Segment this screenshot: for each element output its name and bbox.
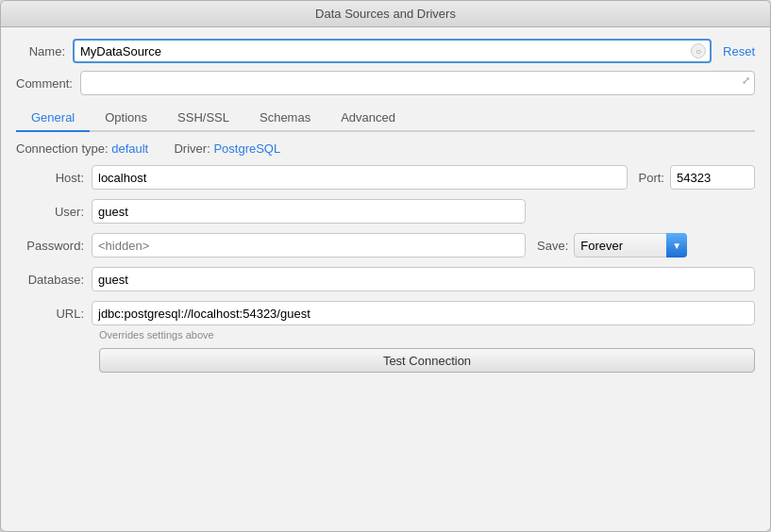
user-input[interactable] (92, 199, 526, 224)
database-input[interactable] (92, 267, 755, 291)
main-window: Data Sources and Drivers Name: ○ Reset C… (0, 0, 771, 532)
save-select[interactable]: Forever Until Restart Never (574, 233, 687, 258)
driver-label: Driver: (174, 141, 210, 156)
name-row: Name: ○ Reset (16, 39, 755, 63)
save-select-wrapper: Forever Until Restart Never ▼ (574, 233, 687, 258)
driver-value[interactable]: PostgreSQL (213, 141, 280, 156)
password-input[interactable] (92, 233, 526, 258)
comment-input[interactable] (80, 71, 755, 95)
url-row: URL: (16, 301, 755, 325)
tab-advanced[interactable]: Advanced (326, 105, 411, 132)
user-label: User: (16, 205, 92, 219)
title-bar: Data Sources and Drivers (1, 1, 770, 27)
url-label: URL: (16, 307, 92, 321)
save-section: Save: Forever Until Restart Never ▼ (537, 233, 687, 258)
tab-options[interactable]: Options (90, 105, 162, 132)
host-row: Host: Port: (16, 165, 755, 190)
database-label: Database: (16, 273, 92, 287)
comment-label: Comment: (16, 76, 80, 91)
host-label: Host: (16, 171, 92, 185)
connection-type-label: Connection type: (16, 141, 109, 156)
port-input[interactable] (670, 165, 755, 190)
clear-icon[interactable]: ○ (691, 43, 706, 58)
port-section: Port: (639, 165, 755, 190)
port-label: Port: (639, 171, 664, 185)
comment-row: Comment: ⤢ (16, 71, 755, 95)
name-input[interactable] (73, 39, 712, 63)
save-label: Save: (537, 239, 568, 253)
window-title: Data Sources and Drivers (315, 7, 456, 21)
overrides-text: Overrides settings above (99, 329, 755, 341)
name-input-wrapper: ○ (73, 39, 712, 63)
password-row: Password: Save: Forever Until Restart Ne… (16, 233, 755, 258)
test-connection-button[interactable]: Test Connection (99, 348, 755, 373)
database-row: Database: (16, 267, 755, 291)
separator (158, 141, 164, 156)
comment-input-wrapper: ⤢ (80, 71, 755, 95)
expand-icon[interactable]: ⤢ (742, 75, 750, 87)
window-content: Name: ○ Reset Comment: ⤢ General Options… (1, 27, 770, 531)
url-input[interactable] (92, 301, 755, 325)
connection-info: Connection type: default Driver: Postgre… (16, 141, 755, 156)
password-label: Password: (16, 239, 92, 253)
host-input[interactable] (92, 165, 628, 190)
tab-schemas[interactable]: Schemas (244, 105, 326, 132)
connection-type-value[interactable]: default (111, 141, 148, 156)
user-row: User: (16, 199, 755, 224)
tab-ssh-ssl[interactable]: SSH/SSL (162, 105, 244, 132)
reset-button[interactable]: Reset (723, 44, 755, 58)
tab-general[interactable]: General (16, 105, 90, 132)
tabs-bar: General Options SSH/SSL Schemas Advanced (16, 105, 755, 132)
name-label: Name: (16, 44, 73, 58)
